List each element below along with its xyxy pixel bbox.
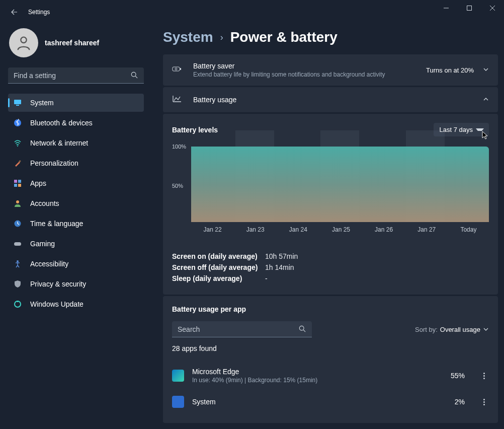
app-row-system[interactable]: System 2% [172,390,489,414]
sidebar-item-personalization[interactable]: Personalization [8,154,144,172]
card-title: Battery saver [193,62,426,70]
svg-point-2 [21,37,26,43]
brush-icon [14,159,22,167]
chart-area-fill [191,147,489,222]
x-tick: Jan 24 [289,226,307,233]
svg-rect-10 [14,180,17,183]
x-tick: Jan 26 [375,226,393,233]
svg-rect-20 [180,68,181,70]
more-button[interactable] [479,373,489,379]
page-title: Power & battery [230,29,338,45]
sleep-label: Sleep (daily average) [172,274,265,282]
apps-count: 28 apps found [172,344,489,352]
sidebar-item-bluetooth[interactable]: Bluetooth & devices [8,114,144,132]
monitor-icon [14,99,22,107]
user-profile[interactable]: tashreef shareef [8,28,151,57]
svg-rect-6 [16,105,19,106]
close-button[interactable] [481,0,504,16]
battery-saver-card[interactable]: Battery saver Extend battery life by lim… [163,54,498,86]
avatar [9,28,38,57]
gamepad-icon [14,240,22,248]
more-button[interactable] [479,399,489,405]
x-tick: Today [460,226,476,233]
person-icon [15,34,32,51]
battery-saver-status: Turns on at 20% [426,66,474,74]
chevron-down-icon [483,65,489,75]
battery-levels-chart: 100% 50% Jan 22 Jan 23 [172,147,489,237]
clock-icon [14,220,22,228]
app-search-input[interactable] [172,321,312,337]
y-tick-100: 100% [172,144,186,150]
svg-rect-1 [467,6,472,11]
screen-on-value: 10h 57min [265,252,298,260]
x-tick: Jan 25 [332,226,350,233]
svg-rect-5 [14,100,21,104]
sidebar-item-privacy[interactable]: Privacy & security [8,275,144,293]
sleep-value: - [265,274,268,282]
y-tick-50: 50% [172,183,183,189]
back-button[interactable] [9,7,19,17]
battery-usage-card[interactable]: Battery usage [163,87,498,112]
sidebar-item-label: Bluetooth & devices [30,119,93,127]
svg-line-23 [303,330,305,332]
user-name: tashreef shareef [45,39,99,47]
svg-point-14 [16,200,19,203]
svg-rect-11 [18,180,21,183]
sidebar-item-label: System [30,99,54,107]
search-input[interactable] [8,67,144,84]
card-title: Battery usage [193,96,483,104]
system-icon [172,396,184,408]
sidebar-item-accounts[interactable]: Accounts [8,194,144,212]
sidebar: tashreef shareef System Bluetooth & devi… [0,24,151,429]
apps-icon [14,179,22,187]
svg-rect-13 [18,184,21,187]
sidebar-item-label: Network & internet [30,139,88,147]
search-icon [131,72,138,81]
app-name: Microsoft Edge [192,368,451,376]
wifi-icon [14,139,22,147]
svg-line-4 [135,76,137,78]
app-percentage: 2% [455,398,465,406]
back-arrow-icon [10,8,18,16]
card-subtitle: Extend battery life by limiting some not… [193,71,426,78]
search-icon [299,325,306,334]
sidebar-item-network[interactable]: Network & internet [8,134,144,152]
sidebar-item-time[interactable]: Time & language [8,214,144,233]
minimize-icon [444,6,449,11]
svg-point-3 [131,72,136,77]
maximize-icon [467,6,472,11]
sidebar-item-gaming[interactable]: Gaming [8,235,144,253]
app-detail: In use: 40% (9min) | Background: 15% (15… [192,377,451,384]
sidebar-item-accessibility[interactable]: Accessibility [8,255,144,273]
sidebar-item-system[interactable]: System [8,94,144,112]
chevron-up-icon [483,95,489,104]
chevron-right-icon: › [220,32,223,43]
app-row-edge[interactable]: Microsoft Edge In use: 40% (9min) | Back… [172,362,489,390]
svg-point-17 [17,260,19,262]
minimize-button[interactable] [435,0,458,16]
x-tick: Jan 27 [417,226,436,233]
shield-icon [14,280,22,288]
svg-rect-12 [14,184,17,187]
svg-point-8 [17,146,18,147]
person-icon [14,199,22,207]
svg-rect-16 [14,242,21,246]
chevron-down-icon [483,326,489,332]
screen-on-label: Screen on (daily average) [172,252,265,260]
sort-by-dropdown[interactable]: Sort by: Overall usage [415,326,489,333]
app-percentage: 55% [451,372,465,380]
screen-off-label: Screen off (daily average) [172,263,265,271]
sidebar-item-apps[interactable]: Apps [8,174,144,192]
sidebar-item-label: Accounts [30,199,59,207]
battery-saver-icon [172,65,182,75]
accessibility-icon [14,260,22,268]
window-title: Settings [28,9,50,16]
update-icon [14,300,22,308]
x-tick: Jan 22 [204,226,222,233]
bluetooth-icon [14,119,22,127]
sidebar-item-label: Privacy & security [30,280,86,288]
breadcrumb-parent[interactable]: System [163,29,213,45]
edge-icon [172,370,184,382]
maximize-button[interactable] [458,0,481,16]
sidebar-item-update[interactable]: Windows Update [8,295,144,313]
